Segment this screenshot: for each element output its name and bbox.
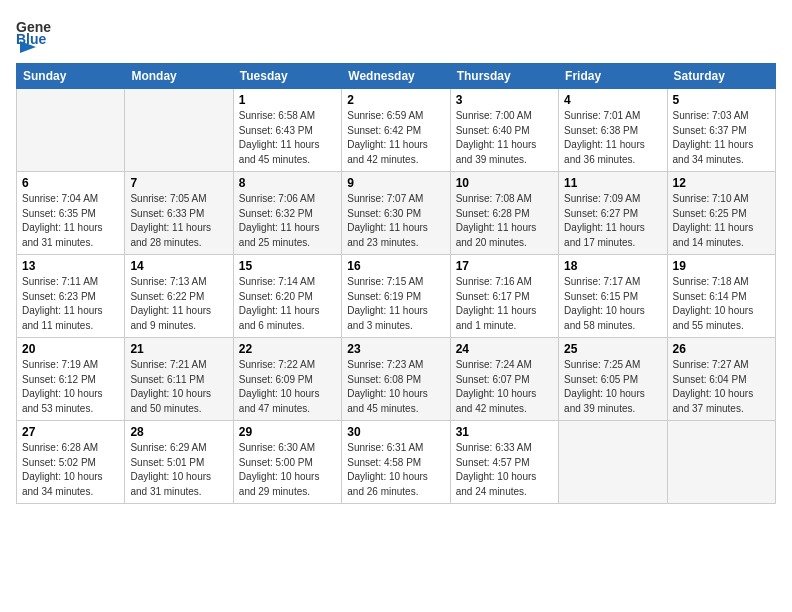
logo: General Blue bbox=[16, 16, 52, 51]
day-number: 23 bbox=[347, 342, 444, 356]
day-number: 27 bbox=[22, 425, 119, 439]
day-info: Sunrise: 7:08 AM Sunset: 6:28 PM Dayligh… bbox=[456, 192, 553, 250]
day-number: 2 bbox=[347, 93, 444, 107]
calendar-day-header: Saturday bbox=[667, 64, 775, 89]
calendar-cell: 14Sunrise: 7:13 AM Sunset: 6:22 PM Dayli… bbox=[125, 255, 233, 338]
day-info: Sunrise: 6:28 AM Sunset: 5:02 PM Dayligh… bbox=[22, 441, 119, 499]
calendar-cell: 5Sunrise: 7:03 AM Sunset: 6:37 PM Daylig… bbox=[667, 89, 775, 172]
calendar-cell: 18Sunrise: 7:17 AM Sunset: 6:15 PM Dayli… bbox=[559, 255, 667, 338]
calendar-cell: 7Sunrise: 7:05 AM Sunset: 6:33 PM Daylig… bbox=[125, 172, 233, 255]
calendar-cell: 16Sunrise: 7:15 AM Sunset: 6:19 PM Dayli… bbox=[342, 255, 450, 338]
calendar-row: 6Sunrise: 7:04 AM Sunset: 6:35 PM Daylig… bbox=[17, 172, 776, 255]
calendar-cell: 12Sunrise: 7:10 AM Sunset: 6:25 PM Dayli… bbox=[667, 172, 775, 255]
day-number: 15 bbox=[239, 259, 336, 273]
calendar-cell bbox=[125, 89, 233, 172]
calendar-cell: 20Sunrise: 7:19 AM Sunset: 6:12 PM Dayli… bbox=[17, 338, 125, 421]
day-info: Sunrise: 7:03 AM Sunset: 6:37 PM Dayligh… bbox=[673, 109, 770, 167]
day-number: 8 bbox=[239, 176, 336, 190]
calendar-cell: 30Sunrise: 6:31 AM Sunset: 4:58 PM Dayli… bbox=[342, 421, 450, 504]
day-info: Sunrise: 7:10 AM Sunset: 6:25 PM Dayligh… bbox=[673, 192, 770, 250]
day-number: 18 bbox=[564, 259, 661, 273]
calendar-cell: 25Sunrise: 7:25 AM Sunset: 6:05 PM Dayli… bbox=[559, 338, 667, 421]
day-number: 12 bbox=[673, 176, 770, 190]
day-info: Sunrise: 7:16 AM Sunset: 6:17 PM Dayligh… bbox=[456, 275, 553, 333]
day-info: Sunrise: 6:30 AM Sunset: 5:00 PM Dayligh… bbox=[239, 441, 336, 499]
day-info: Sunrise: 7:22 AM Sunset: 6:09 PM Dayligh… bbox=[239, 358, 336, 416]
day-info: Sunrise: 7:15 AM Sunset: 6:19 PM Dayligh… bbox=[347, 275, 444, 333]
day-number: 26 bbox=[673, 342, 770, 356]
page-header: General Blue bbox=[16, 16, 776, 51]
calendar-header-row: SundayMondayTuesdayWednesdayThursdayFrid… bbox=[17, 64, 776, 89]
day-number: 7 bbox=[130, 176, 227, 190]
calendar-cell: 10Sunrise: 7:08 AM Sunset: 6:28 PM Dayli… bbox=[450, 172, 558, 255]
day-info: Sunrise: 7:24 AM Sunset: 6:07 PM Dayligh… bbox=[456, 358, 553, 416]
day-info: Sunrise: 6:58 AM Sunset: 6:43 PM Dayligh… bbox=[239, 109, 336, 167]
day-info: Sunrise: 7:27 AM Sunset: 6:04 PM Dayligh… bbox=[673, 358, 770, 416]
day-info: Sunrise: 7:09 AM Sunset: 6:27 PM Dayligh… bbox=[564, 192, 661, 250]
calendar-cell bbox=[667, 421, 775, 504]
calendar-cell: 15Sunrise: 7:14 AM Sunset: 6:20 PM Dayli… bbox=[233, 255, 341, 338]
day-info: Sunrise: 7:25 AM Sunset: 6:05 PM Dayligh… bbox=[564, 358, 661, 416]
day-info: Sunrise: 6:29 AM Sunset: 5:01 PM Dayligh… bbox=[130, 441, 227, 499]
calendar-cell: 31Sunrise: 6:33 AM Sunset: 4:57 PM Dayli… bbox=[450, 421, 558, 504]
day-number: 29 bbox=[239, 425, 336, 439]
calendar-cell: 13Sunrise: 7:11 AM Sunset: 6:23 PM Dayli… bbox=[17, 255, 125, 338]
calendar-cell: 9Sunrise: 7:07 AM Sunset: 6:30 PM Daylig… bbox=[342, 172, 450, 255]
day-info: Sunrise: 7:13 AM Sunset: 6:22 PM Dayligh… bbox=[130, 275, 227, 333]
day-number: 22 bbox=[239, 342, 336, 356]
calendar-cell bbox=[559, 421, 667, 504]
calendar-day-header: Tuesday bbox=[233, 64, 341, 89]
calendar-row: 20Sunrise: 7:19 AM Sunset: 6:12 PM Dayli… bbox=[17, 338, 776, 421]
day-info: Sunrise: 7:04 AM Sunset: 6:35 PM Dayligh… bbox=[22, 192, 119, 250]
day-number: 16 bbox=[347, 259, 444, 273]
calendar-cell: 28Sunrise: 6:29 AM Sunset: 5:01 PM Dayli… bbox=[125, 421, 233, 504]
logo-flag-icon bbox=[18, 39, 40, 57]
day-number: 14 bbox=[130, 259, 227, 273]
day-info: Sunrise: 7:05 AM Sunset: 6:33 PM Dayligh… bbox=[130, 192, 227, 250]
calendar-cell: 17Sunrise: 7:16 AM Sunset: 6:17 PM Dayli… bbox=[450, 255, 558, 338]
calendar-day-header: Wednesday bbox=[342, 64, 450, 89]
calendar-row: 1Sunrise: 6:58 AM Sunset: 6:43 PM Daylig… bbox=[17, 89, 776, 172]
calendar-day-header: Sunday bbox=[17, 64, 125, 89]
day-info: Sunrise: 7:19 AM Sunset: 6:12 PM Dayligh… bbox=[22, 358, 119, 416]
calendar-cell: 3Sunrise: 7:00 AM Sunset: 6:40 PM Daylig… bbox=[450, 89, 558, 172]
calendar-row: 27Sunrise: 6:28 AM Sunset: 5:02 PM Dayli… bbox=[17, 421, 776, 504]
day-info: Sunrise: 6:33 AM Sunset: 4:57 PM Dayligh… bbox=[456, 441, 553, 499]
calendar-cell: 27Sunrise: 6:28 AM Sunset: 5:02 PM Dayli… bbox=[17, 421, 125, 504]
calendar-cell: 6Sunrise: 7:04 AM Sunset: 6:35 PM Daylig… bbox=[17, 172, 125, 255]
day-number: 9 bbox=[347, 176, 444, 190]
day-info: Sunrise: 6:31 AM Sunset: 4:58 PM Dayligh… bbox=[347, 441, 444, 499]
day-number: 5 bbox=[673, 93, 770, 107]
day-number: 10 bbox=[456, 176, 553, 190]
day-info: Sunrise: 7:17 AM Sunset: 6:15 PM Dayligh… bbox=[564, 275, 661, 333]
calendar-cell bbox=[17, 89, 125, 172]
day-number: 4 bbox=[564, 93, 661, 107]
calendar-day-header: Monday bbox=[125, 64, 233, 89]
calendar-cell: 29Sunrise: 6:30 AM Sunset: 5:00 PM Dayli… bbox=[233, 421, 341, 504]
day-number: 28 bbox=[130, 425, 227, 439]
day-number: 21 bbox=[130, 342, 227, 356]
day-number: 19 bbox=[673, 259, 770, 273]
day-number: 17 bbox=[456, 259, 553, 273]
day-info: Sunrise: 7:07 AM Sunset: 6:30 PM Dayligh… bbox=[347, 192, 444, 250]
calendar-cell: 22Sunrise: 7:22 AM Sunset: 6:09 PM Dayli… bbox=[233, 338, 341, 421]
calendar-cell: 23Sunrise: 7:23 AM Sunset: 6:08 PM Dayli… bbox=[342, 338, 450, 421]
calendar-cell: 11Sunrise: 7:09 AM Sunset: 6:27 PM Dayli… bbox=[559, 172, 667, 255]
day-info: Sunrise: 7:23 AM Sunset: 6:08 PM Dayligh… bbox=[347, 358, 444, 416]
calendar-cell: 2Sunrise: 6:59 AM Sunset: 6:42 PM Daylig… bbox=[342, 89, 450, 172]
day-number: 20 bbox=[22, 342, 119, 356]
day-info: Sunrise: 6:59 AM Sunset: 6:42 PM Dayligh… bbox=[347, 109, 444, 167]
day-info: Sunrise: 7:01 AM Sunset: 6:38 PM Dayligh… bbox=[564, 109, 661, 167]
day-number: 11 bbox=[564, 176, 661, 190]
day-info: Sunrise: 7:00 AM Sunset: 6:40 PM Dayligh… bbox=[456, 109, 553, 167]
calendar-day-header: Friday bbox=[559, 64, 667, 89]
calendar-cell: 8Sunrise: 7:06 AM Sunset: 6:32 PM Daylig… bbox=[233, 172, 341, 255]
day-number: 31 bbox=[456, 425, 553, 439]
day-info: Sunrise: 7:11 AM Sunset: 6:23 PM Dayligh… bbox=[22, 275, 119, 333]
svg-marker-3 bbox=[20, 41, 36, 53]
calendar-cell: 19Sunrise: 7:18 AM Sunset: 6:14 PM Dayli… bbox=[667, 255, 775, 338]
calendar-row: 13Sunrise: 7:11 AM Sunset: 6:23 PM Dayli… bbox=[17, 255, 776, 338]
day-number: 25 bbox=[564, 342, 661, 356]
calendar-cell: 24Sunrise: 7:24 AM Sunset: 6:07 PM Dayli… bbox=[450, 338, 558, 421]
day-info: Sunrise: 7:14 AM Sunset: 6:20 PM Dayligh… bbox=[239, 275, 336, 333]
